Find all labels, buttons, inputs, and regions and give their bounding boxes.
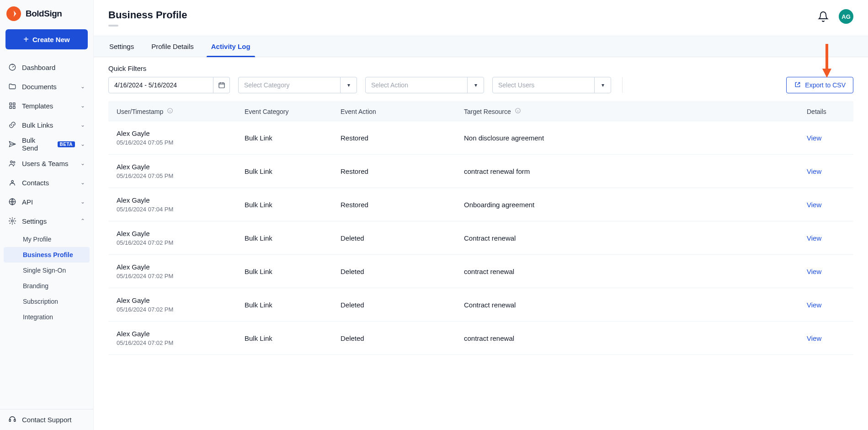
svg-point-5 xyxy=(11,161,13,163)
chevron-down-icon: ⌄ xyxy=(80,179,85,186)
cell-details: View xyxy=(799,221,853,255)
view-link[interactable]: View xyxy=(807,201,821,209)
sidebar-subitem-single-sign-on[interactable]: Single Sign-On xyxy=(4,263,90,278)
table-row: Alex Gayle05/16/2024 07:02 PMBulk LinkDe… xyxy=(108,255,853,288)
tab-profile-details[interactable]: Profile Details xyxy=(150,36,195,57)
page-title-block: Business Profile xyxy=(108,9,187,27)
view-link[interactable]: View xyxy=(807,134,821,142)
cell-resource: contract renewal xyxy=(456,255,799,288)
sidebar-item-documents[interactable]: Documents⌄ xyxy=(4,77,90,96)
cell-details: View xyxy=(799,121,853,155)
cell-details: View xyxy=(799,322,853,355)
select-category-placeholder: Select Category xyxy=(239,77,340,93)
sidebar-item-bulk-send[interactable]: Bulk SendBETA⌄ xyxy=(4,134,90,154)
users-icon xyxy=(8,159,16,167)
chevron-down-icon[interactable]: ▾ xyxy=(594,77,611,93)
export-csv-label: Export to CSV xyxy=(805,81,846,89)
contact-support-label: Contact Support xyxy=(22,416,71,424)
table-row: Alex Gayle05/16/2024 07:02 PMBulk LinkDe… xyxy=(108,288,853,322)
table-body: Alex Gayle05/16/2024 07:05 PMBulk LinkRe… xyxy=(108,121,853,355)
sidebar-item-label: API xyxy=(22,198,75,206)
svg-rect-1 xyxy=(10,103,12,105)
sidebar-subitem-my-profile[interactable]: My Profile xyxy=(4,231,90,247)
select-action-placeholder: Select Action xyxy=(366,77,467,93)
chevron-down-icon[interactable]: ▾ xyxy=(467,77,484,93)
sidebar-item-api[interactable]: API⌄ xyxy=(4,192,90,211)
cell-user: Alex Gayle05/16/2024 07:05 PM xyxy=(108,155,236,188)
timestamp: 05/16/2024 07:02 PM xyxy=(117,339,228,346)
cell-category: Bulk Link xyxy=(236,155,332,188)
view-link[interactable]: View xyxy=(807,268,821,275)
date-range-input[interactable] xyxy=(109,77,213,93)
chevron-down-icon[interactable]: ▾ xyxy=(340,77,357,93)
cell-user: Alex Gayle05/16/2024 07:04 PM xyxy=(108,188,236,221)
sidebar-subitem-integration[interactable]: Integration xyxy=(4,309,90,325)
calendar-icon[interactable] xyxy=(213,77,229,93)
timestamp: 05/16/2024 07:02 PM xyxy=(117,273,228,280)
activity-log-table-wrap: User/Timestamp Event Category Event Acti… xyxy=(94,93,868,355)
view-link[interactable]: View xyxy=(807,167,821,175)
export-icon xyxy=(794,81,801,90)
cell-user: Alex Gayle05/16/2024 07:02 PM xyxy=(108,322,236,355)
cell-resource: Contract renewal xyxy=(456,221,799,255)
contact-icon xyxy=(8,178,16,187)
user-name: Alex Gayle xyxy=(117,296,228,304)
select-action[interactable]: Select Action ▾ xyxy=(365,77,484,93)
sidebar-item-bulk-links[interactable]: Bulk Links⌄ xyxy=(4,115,90,134)
view-link[interactable]: View xyxy=(807,234,821,242)
sidebar-nav: DashboardDocuments⌄Templates⌄Bulk Links⌄… xyxy=(0,58,93,409)
brand-logo-icon xyxy=(6,6,21,21)
api-icon xyxy=(8,198,16,206)
plus-icon: + xyxy=(23,35,29,44)
table-row: Alex Gayle05/16/2024 07:02 PMBulk LinkDe… xyxy=(108,322,853,355)
brand: BoldSign xyxy=(0,6,93,29)
notifications-icon[interactable] xyxy=(818,11,829,22)
chevron-down-icon: ⌄ xyxy=(80,160,85,167)
sidebar-item-label: Users & Teams xyxy=(22,160,75,167)
user-name: Alex Gayle xyxy=(117,263,228,271)
topbar: Business Profile AG xyxy=(94,0,868,27)
cell-category: Bulk Link xyxy=(236,121,332,155)
info-icon[interactable] xyxy=(515,108,521,114)
view-link[interactable]: View xyxy=(807,301,821,309)
sidebar-item-users-teams[interactable]: Users & Teams⌄ xyxy=(4,154,90,173)
date-range-field[interactable] xyxy=(108,77,230,93)
tab-settings[interactable]: Settings xyxy=(108,36,135,57)
timestamp: 05/16/2024 07:04 PM xyxy=(117,206,228,213)
select-users-placeholder: Select Users xyxy=(493,77,594,93)
sidebar-subitem-business-profile[interactable]: Business Profile xyxy=(4,247,90,263)
create-new-button[interactable]: + Create New xyxy=(5,29,88,49)
timestamp: 05/16/2024 07:02 PM xyxy=(117,239,228,246)
timestamp: 05/16/2024 07:05 PM xyxy=(117,172,228,179)
tab-activity-log[interactable]: Activity Log xyxy=(210,36,251,57)
cell-details: View xyxy=(799,255,853,288)
view-link[interactable]: View xyxy=(807,334,821,342)
cell-action: Deleted xyxy=(332,221,456,255)
sidebar-item-dashboard[interactable]: Dashboard xyxy=(4,58,90,77)
info-icon[interactable] xyxy=(167,108,173,114)
cell-details: View xyxy=(799,288,853,322)
select-users[interactable]: Select Users ▾ xyxy=(492,77,611,93)
cell-action: Restored xyxy=(332,188,456,221)
sidebar: BoldSign + Create New DashboardDocuments… xyxy=(0,0,94,430)
sidebar-item-settings[interactable]: Settings⌃ xyxy=(4,211,90,231)
sidebar-item-templates[interactable]: Templates⌄ xyxy=(4,96,90,115)
avatar[interactable]: AG xyxy=(839,9,853,24)
user-name: Alex Gayle xyxy=(117,330,228,338)
link-icon xyxy=(8,121,16,129)
sidebar-item-contacts[interactable]: Contacts⌄ xyxy=(4,173,90,192)
cell-action: Deleted xyxy=(332,322,456,355)
filters-section: Quick Filters Select Category ▾ Select A… xyxy=(94,57,868,93)
svg-rect-10 xyxy=(9,419,11,422)
select-category[interactable]: Select Category ▾ xyxy=(238,77,357,93)
topbar-right: AG xyxy=(818,9,853,24)
sidebar-subitem-branding[interactable]: Branding xyxy=(4,278,90,294)
main: Business Profile AG SettingsProfile Deta… xyxy=(94,0,868,430)
col-action: Event Action xyxy=(332,102,456,121)
sidebar-item-label: Templates xyxy=(22,102,75,110)
page-title: Business Profile xyxy=(108,9,187,21)
cell-action: Restored xyxy=(332,121,456,155)
contact-support[interactable]: Contact Support xyxy=(0,409,93,430)
export-csv-button[interactable]: Export to CSV xyxy=(786,77,853,93)
sidebar-subitem-subscription[interactable]: Subscription xyxy=(4,294,90,309)
